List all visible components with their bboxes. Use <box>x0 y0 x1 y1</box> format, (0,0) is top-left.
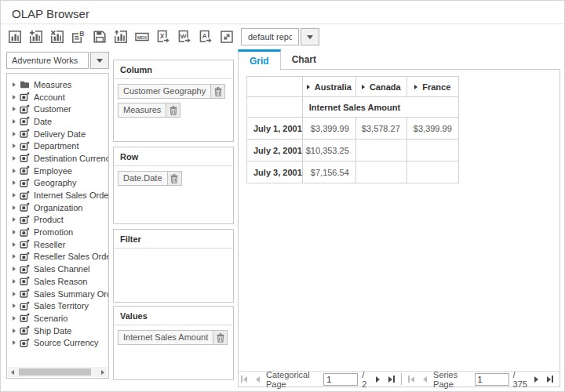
categorical-first-page-button[interactable] <box>239 376 250 383</box>
tree-item[interactable]: Sales Reason <box>13 275 108 288</box>
expand-icon[interactable] <box>13 230 16 234</box>
expand-icon[interactable] <box>13 156 16 161</box>
tree-item[interactable]: Scenario <box>13 312 108 325</box>
export-pdf-icon[interactable]: A <box>198 28 213 45</box>
expand-icon[interactable] <box>414 85 417 89</box>
series-prev-page-button[interactable] <box>421 376 429 383</box>
cube-dropdown-button[interactable] <box>90 52 109 69</box>
field-chip[interactable]: Customer Geography <box>118 84 225 99</box>
expand-icon[interactable] <box>13 107 16 111</box>
export-excel-icon[interactable]: X <box>155 28 171 45</box>
tree-item-label: Reseller Sales Order Details <box>34 252 109 261</box>
tree-item[interactable]: Destination Currency <box>13 152 108 165</box>
tab-grid[interactable]: Grid <box>238 49 281 71</box>
categorical-pager-label: Categorical Page <box>266 370 319 389</box>
tree-item[interactable]: Promotion <box>13 226 108 238</box>
expand-icon[interactable] <box>307 85 310 89</box>
tree-item[interactable]: Source Currency <box>13 336 108 349</box>
tree-item[interactable]: Employee <box>13 165 108 177</box>
tree-item[interactable]: Reseller Sales Order Details <box>13 251 108 263</box>
expand-icon[interactable] <box>13 279 16 284</box>
report-dropdown-button[interactable] <box>301 28 319 45</box>
expand-icon[interactable] <box>13 169 16 173</box>
mdx-query-icon[interactable]: MDX <box>134 28 150 45</box>
tree-item[interactable]: Department <box>13 140 108 152</box>
tree-item[interactable]: Date <box>13 115 108 128</box>
tree-item[interactable]: Product <box>13 214 108 227</box>
tree-item[interactable]: Ship Date <box>13 325 108 337</box>
export-word-icon[interactable]: W <box>177 28 192 45</box>
expand-icon[interactable] <box>13 267 16 271</box>
expand-icon[interactable] <box>13 340 16 345</box>
categorical-pager: Categorical Page / 2 <box>239 370 397 389</box>
cube-select-input[interactable] <box>6 52 89 69</box>
expand-icon[interactable] <box>13 95 16 100</box>
field-chip[interactable]: Measures <box>118 103 180 118</box>
tree-item[interactable]: Geography <box>13 177 108 190</box>
panel-title: Column <box>114 60 233 79</box>
expand-icon[interactable] <box>13 242 16 247</box>
categorical-page-input[interactable] <box>323 373 358 386</box>
tree-item[interactable]: Reseller <box>13 238 108 251</box>
expand-icon[interactable] <box>13 82 16 87</box>
column-header-cell[interactable]: France <box>406 77 458 97</box>
tree-item[interactable]: Delivery Date <box>13 128 108 140</box>
expand-icon[interactable] <box>13 205 16 210</box>
add-report-icon[interactable] <box>28 28 44 45</box>
expand-icon[interactable] <box>13 180 16 185</box>
column-header-cell[interactable]: Australia <box>302 77 355 97</box>
dimension-icon <box>20 227 30 238</box>
series-page-input[interactable] <box>475 373 509 386</box>
expand-icon[interactable] <box>13 217 16 222</box>
trash-icon[interactable] <box>213 330 228 345</box>
tree-item[interactable]: Sales Channel <box>13 263 108 275</box>
dimension-icon <box>20 153 30 163</box>
expand-icon[interactable] <box>13 143 16 148</box>
column-header-cell[interactable]: Canada <box>355 77 406 97</box>
tree-item[interactable]: Sales Summary Order Details <box>13 288 108 300</box>
remove-report-icon[interactable] <box>49 28 65 45</box>
expand-icon[interactable] <box>13 328 16 333</box>
rename-report-icon[interactable]: B <box>71 28 86 45</box>
toolbar: BMDXXWA <box>7 27 319 47</box>
save-report-icon[interactable] <box>92 28 108 45</box>
tree-item[interactable]: Organization <box>13 201 108 214</box>
tree-item[interactable]: Account <box>13 91 108 103</box>
field-chip[interactable]: Date.Date <box>118 171 182 186</box>
tree-item[interactable]: Sales Territory <box>13 299 108 312</box>
expand-icon[interactable] <box>13 119 16 124</box>
corner-cell <box>247 97 303 118</box>
trash-icon[interactable] <box>168 171 182 186</box>
categorical-prev-page-button[interactable] <box>253 376 262 383</box>
expand-icon[interactable] <box>13 193 16 198</box>
series-last-page-button[interactable] <box>545 376 556 383</box>
report-name-input[interactable] <box>241 28 299 45</box>
expand-icon[interactable] <box>13 132 16 136</box>
scrollbar-thumb[interactable] <box>19 368 91 376</box>
trash-icon[interactable] <box>211 84 225 99</box>
tree-item[interactable]: Customer <box>13 103 108 115</box>
field-chip[interactable]: Internet Sales Amount <box>118 330 228 345</box>
tree-item[interactable]: Internet Sales Order Details <box>13 189 108 201</box>
expand-icon[interactable] <box>13 254 16 259</box>
dimension-icon <box>20 239 30 249</box>
horizontal-scrollbar[interactable] <box>8 367 108 377</box>
tree-item[interactable]: Measures <box>13 78 108 91</box>
scroll-right-button[interactable] <box>98 367 108 377</box>
row-axis-panel: Row Date.Date <box>113 147 234 224</box>
scroll-left-button[interactable] <box>8 367 17 377</box>
expand-icon[interactable] <box>13 303 16 308</box>
series-first-page-button[interactable] <box>406 376 417 383</box>
trash-icon[interactable] <box>166 103 180 118</box>
tab-chart[interactable]: Chart <box>281 49 327 70</box>
fullscreen-icon[interactable] <box>219 28 235 45</box>
refresh-report-icon[interactable] <box>113 28 129 45</box>
series-next-page-button[interactable] <box>532 376 541 383</box>
categorical-last-page-button[interactable] <box>386 376 397 383</box>
row-chips: Date.Date <box>114 166 233 191</box>
new-report-icon[interactable] <box>7 28 23 45</box>
expand-icon[interactable] <box>13 316 16 321</box>
categorical-next-page-button[interactable] <box>374 376 382 383</box>
expand-icon[interactable] <box>13 292 16 296</box>
expand-icon[interactable] <box>362 85 365 89</box>
